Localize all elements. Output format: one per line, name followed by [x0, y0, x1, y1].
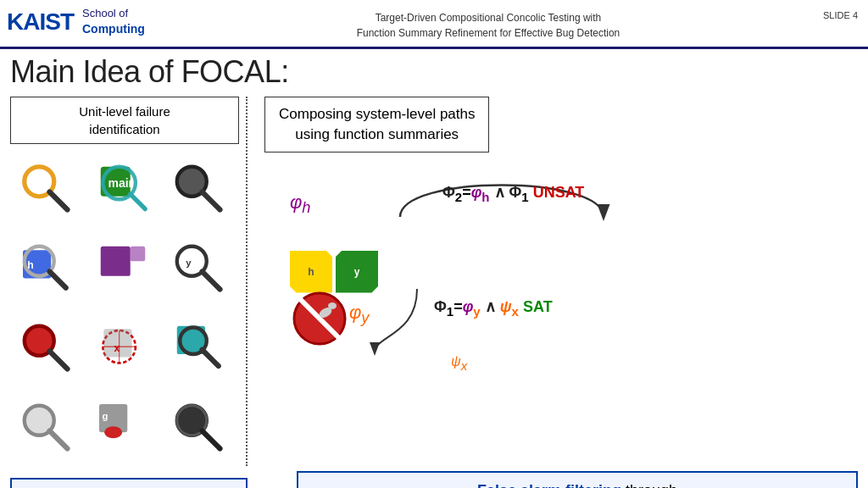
magnifier-outline: y: [170, 239, 229, 298]
magnifier-icon-1: [17, 159, 76, 219]
phi1-formula: Φ1=φy ∧ ψx SAT: [434, 297, 553, 319]
svg-point-32: [104, 426, 122, 438]
unit-level-box: Unit-level failure identification: [10, 97, 239, 144]
content-area: Unit-level failure identification main: [10, 97, 858, 466]
header-title: Target-Driven Compositional Concolic Tes…: [162, 7, 815, 41]
header: KAIST School of Computing Target-Driven …: [0, 0, 868, 49]
compose-box: Composing system-level paths using funct…: [264, 97, 489, 152]
magnifier-dark-2: [170, 398, 229, 458]
cell-r3c1: [10, 310, 83, 386]
puzzle-y: y: [336, 251, 378, 293]
left-panel: Unit-level failure identification main: [10, 97, 248, 466]
magnifier-red: [17, 319, 76, 378]
false-alarm-box: False alarm filtering through unit conte…: [297, 471, 858, 488]
cell-r2c2: [86, 230, 159, 307]
high-bug-box: High bug detection of unit testing: [10, 478, 248, 489]
svg-line-28: [203, 350, 219, 366]
cell-r1c2: main: [86, 151, 159, 227]
phi-y-formula: φy: [349, 302, 370, 327]
cell-r1c1: [10, 151, 83, 227]
plus-sign: ✚: [258, 483, 287, 488]
slide-number: SLIDE 4: [823, 7, 858, 20]
puzzle-hy: h y: [290, 251, 378, 293]
cell-r3c2: x: [86, 310, 159, 386]
svg-line-5: [131, 194, 146, 209]
svg-line-30: [50, 431, 68, 449]
magnifier-teal: [170, 319, 229, 378]
svg-line-8: [203, 192, 220, 210]
phi2-formula: Φ2=φh ∧ Φ1 UNSAT: [442, 183, 584, 204]
logo-area: KAIST School of Computing: [7, 7, 145, 36]
svg-line-11: [50, 272, 66, 288]
svg-line-36: [203, 431, 220, 449]
left-bottom: High bug detection of unit testing: [10, 478, 248, 489]
cell-r3c3: [163, 310, 236, 386]
main-content: Main Idea of FOCAL: Unit-level failure i…: [0, 49, 868, 488]
phi-h-formula: φh: [290, 191, 311, 217]
bug-icon: [290, 289, 349, 348]
svg-line-17: [203, 272, 220, 290]
false-alarm-text: False alarm filtering through unit conte…: [305, 480, 849, 488]
puzzle-h: h: [290, 251, 332, 293]
puzzle-grid: main: [10, 151, 239, 466]
puzzle-gray-red: g: [93, 398, 153, 458]
svg-line-20: [50, 352, 68, 369]
svg-line-1: [50, 192, 68, 210]
magnifier-dark-icon: [170, 159, 229, 219]
magnifier-puzzle-1: h: [17, 239, 76, 298]
svg-text:g: g: [103, 411, 108, 421]
svg-text:main: main: [108, 176, 136, 190]
svg-text:y: y: [186, 258, 192, 268]
svg-point-40: [328, 302, 337, 309]
cell-r4c1: [10, 390, 83, 466]
formula-area: φh Φ2=φh ∧ Φ1 UNSAT h y: [281, 166, 858, 386]
right-panel: Composing system-level paths using funct…: [248, 97, 858, 466]
cell-r4c3: [163, 390, 236, 466]
cell-r2c1: h: [10, 230, 83, 307]
kaist-logo: KAIST: [7, 8, 74, 36]
cell-r2c3: y: [163, 230, 236, 307]
cell-r1c3: [163, 151, 236, 227]
svg-rect-14: [131, 247, 146, 262]
puzzle-gray-x: x: [93, 319, 153, 378]
page-title: Main Idea of FOCAL:: [10, 54, 858, 90]
magnifier-gray-outline: [17, 398, 76, 458]
svg-text:h: h: [27, 259, 33, 271]
puzzle-purple: [93, 239, 153, 298]
bottom-area: High bug detection of unit testing ✚ Fal…: [10, 471, 858, 488]
school-text: School of Computing: [82, 7, 145, 36]
svg-rect-13: [101, 247, 131, 276]
cell-r4c2: g: [86, 390, 159, 466]
magnifier-green-icon: main: [93, 159, 153, 219]
psi-x-label: ψx: [451, 352, 467, 373]
